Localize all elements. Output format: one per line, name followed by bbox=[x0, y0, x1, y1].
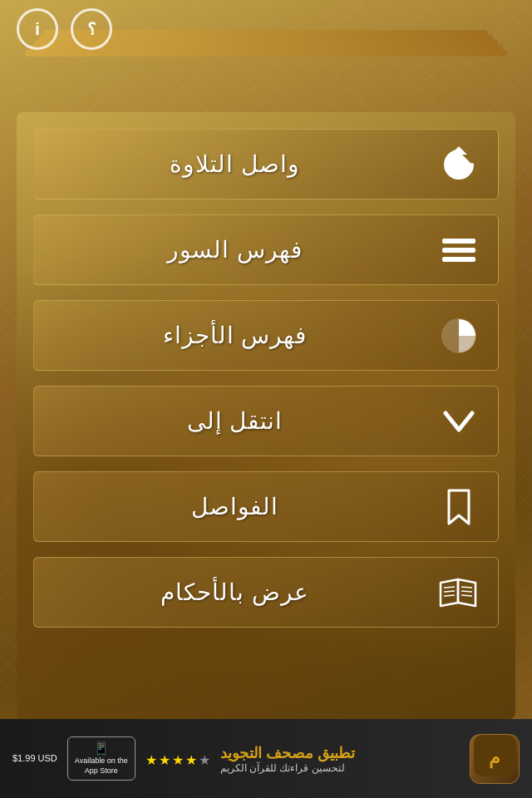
chevron-down-icon bbox=[436, 398, 481, 444]
stars-row: ★ ★ ★ ★ ★ bbox=[145, 752, 210, 768]
svg-text:م: م bbox=[489, 747, 500, 769]
navigate-to-button[interactable]: انتقل إلى bbox=[33, 386, 499, 456]
svg-rect-3 bbox=[442, 257, 475, 262]
refresh-icon bbox=[436, 141, 481, 187]
svg-line-6 bbox=[444, 587, 455, 588]
display-rules-label: عرض بالأحكام bbox=[51, 579, 419, 606]
bookmarks-button[interactable]: الفواصل bbox=[33, 471, 499, 542]
bookmarks-label: الفواصل bbox=[51, 493, 419, 520]
star-1: ★ bbox=[145, 752, 157, 768]
ad-subtitle: لتحسين قراءتك للقرآن الكريم bbox=[220, 762, 345, 774]
star-4: ★ bbox=[185, 752, 197, 768]
ad-logo-image: م bbox=[474, 735, 515, 782]
surah-index-button[interactable]: فهرس السور bbox=[33, 214, 499, 285]
book-icon bbox=[436, 569, 481, 615]
svg-rect-1 bbox=[442, 239, 475, 244]
question-button[interactable]: ؟ bbox=[71, 8, 112, 50]
top-bar: i ؟ bbox=[17, 8, 112, 50]
star-3: ★ bbox=[172, 752, 184, 768]
info-icon: i bbox=[35, 20, 40, 39]
ad-bar: $1.99 USD 📱 Available on the App Store ★… bbox=[0, 719, 532, 798]
display-rules-button[interactable]: عرض بالأحكام bbox=[33, 557, 499, 628]
appstore-badge[interactable]: 📱 Available on the App Store bbox=[67, 736, 135, 780]
list-icon bbox=[436, 227, 481, 273]
pie-chart-icon bbox=[436, 313, 481, 358]
price-label: $1.99 USD bbox=[12, 752, 57, 765]
svg-line-10 bbox=[461, 591, 472, 592]
main-card: واصل التلاوة فهرس السور فه bbox=[17, 112, 515, 719]
star-5: ★ bbox=[199, 752, 210, 768]
bookmark-icon bbox=[436, 484, 481, 530]
continue-recitation-button[interactable]: واصل التلاوة bbox=[33, 129, 499, 200]
svg-marker-0 bbox=[451, 146, 467, 155]
ad-logo[interactable]: م bbox=[470, 734, 520, 784]
app-container: i ؟ واصل التلاوة bbox=[0, 0, 532, 798]
appstore-label: Available on the App Store bbox=[75, 756, 128, 776]
juz-index-button[interactable]: فهرس الأجزاء bbox=[33, 300, 499, 371]
svg-line-8 bbox=[444, 595, 455, 596]
info-button[interactable]: i bbox=[17, 8, 58, 50]
ad-text: تطبيق مصحف التجويد لتحسين قراءتك للقرآن … bbox=[220, 744, 460, 774]
surah-index-label: فهرس السور bbox=[51, 236, 419, 264]
continue-recitation-label: واصل التلاوة bbox=[51, 150, 419, 178]
svg-line-11 bbox=[461, 595, 472, 596]
svg-rect-2 bbox=[442, 248, 475, 253]
svg-line-9 bbox=[461, 587, 472, 588]
question-icon: ؟ bbox=[87, 19, 96, 39]
navigate-to-label: انتقل إلى bbox=[51, 407, 419, 435]
ad-title: تطبيق مصحف التجويد bbox=[220, 744, 355, 762]
svg-line-7 bbox=[444, 591, 455, 592]
phone-icon: 📱 bbox=[93, 741, 110, 756]
juz-index-label: فهرس الأجزاء bbox=[51, 322, 419, 349]
star-2: ★ bbox=[159, 752, 170, 768]
